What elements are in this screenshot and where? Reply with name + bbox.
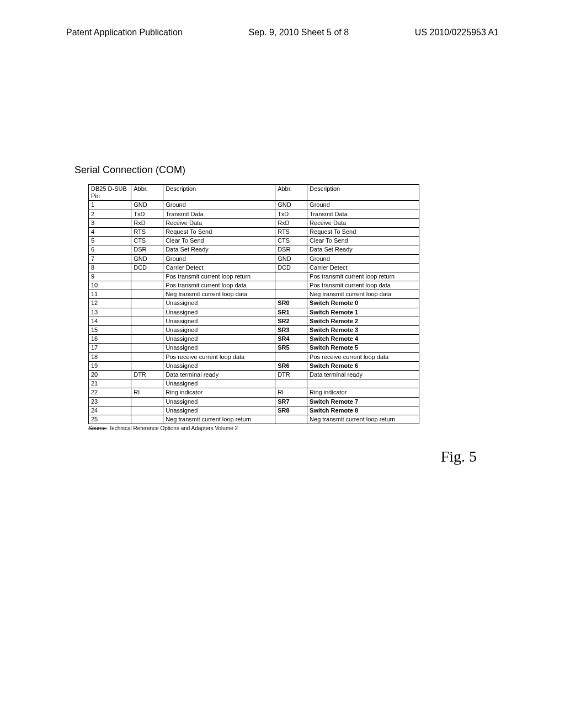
table-cell: RI (131, 388, 163, 397)
table-row: 22RIRing indicatorRIRing indicator (89, 388, 419, 397)
table-cell: Ground (163, 254, 275, 263)
table-cell: 1 (89, 201, 131, 210)
col-desc1: Description (163, 185, 275, 201)
table-cell (275, 272, 307, 281)
table-cell: 22 (89, 388, 131, 397)
source-text: Technical Reference Options and Adapters… (109, 425, 238, 431)
table-cell: SR6 (275, 361, 307, 370)
table-cell (131, 317, 163, 325)
table-cell: GND (275, 201, 307, 210)
header-right: US 2010/0225953 A1 (415, 28, 499, 38)
table-cell: Unassigned (163, 397, 275, 406)
table-cell: Switch Remote 7 (307, 397, 419, 406)
table-cell (275, 379, 307, 388)
table-cell: Ground (163, 201, 275, 210)
table-cell: CTS (131, 237, 163, 245)
page-header: Patent Application Publication Sep. 9, 2… (66, 28, 499, 38)
table-cell: 23 (89, 397, 131, 406)
table-cell: 11 (89, 290, 131, 299)
table-cell: 13 (89, 308, 131, 317)
table-cell: Unassigned (163, 361, 275, 370)
table-cell: SR4 (275, 335, 307, 344)
table-cell: 2 (89, 210, 131, 218)
table-cell: Receive Data (163, 218, 275, 227)
table-cell: 12 (89, 299, 131, 308)
table-row: 21Unassigned (89, 379, 419, 388)
table-cell: 17 (89, 344, 131, 352)
table-cell: Unassigned (163, 406, 275, 415)
table-cell: 19 (89, 361, 131, 370)
table-cell (275, 281, 307, 290)
table-cell: Transmit Data (307, 210, 419, 218)
table-cell: Unassigned (163, 344, 275, 352)
table-row: 25Neg transmit current loop returnNeg tr… (89, 415, 419, 424)
table-row: 16UnassignedSR4Switch Remote 4 (89, 335, 419, 344)
table-cell (131, 361, 163, 370)
table-cell: TxD (131, 210, 163, 218)
table-row: 11Neg transmit current loop dataNeg tran… (89, 290, 419, 299)
table-cell (275, 290, 307, 299)
table-cell: SR8 (275, 406, 307, 415)
table-cell: Clear To Send (163, 237, 275, 245)
table-row: 12UnassignedSR0Switch Remote 0 (89, 299, 419, 308)
table-cell (131, 397, 163, 406)
table-cell: DCD (275, 263, 307, 272)
table-cell: DCD (131, 263, 163, 272)
table-cell: TxD (275, 210, 307, 218)
table-cell: SR1 (275, 308, 307, 317)
table-cell: 24 (89, 406, 131, 415)
table-cell: Pos transmit current loop return (163, 272, 275, 281)
table-cell: Switch Remote 4 (307, 335, 419, 344)
table-row: 6DSRData Set ReadyDSRData Set Ready (89, 245, 419, 254)
table-cell: Unassigned (163, 326, 275, 335)
table-cell (131, 290, 163, 299)
table-row: 18Pos receive current loop dataPos recei… (89, 352, 419, 361)
table-cell: Switch Remote 0 (307, 299, 419, 308)
table-cell: GND (131, 201, 163, 210)
pinout-table: DB25 D-SUB Pin Abbr. Description Abbr. D… (88, 184, 419, 424)
table-cell: RTS (275, 227, 307, 236)
table-cell: Switch Remote 8 (307, 406, 419, 415)
table-cell (275, 352, 307, 361)
table-cell: Ring indicator (163, 388, 275, 397)
table-cell (131, 272, 163, 281)
table-row: 19UnassignedSR6Switch Remote 6 (89, 361, 419, 370)
page: Patent Application Publication Sep. 9, 2… (0, 0, 565, 728)
table-cell: SR2 (275, 317, 307, 325)
table-cell: DSR (131, 245, 163, 254)
table-row: 20DTRData terminal readyDTRData terminal… (89, 370, 419, 379)
table-cell (131, 379, 163, 388)
table-cell: Request To Send (163, 227, 275, 236)
table-cell (131, 352, 163, 361)
table-cell: Neg transmit current loop data (307, 290, 419, 299)
table-cell: Unassigned (163, 299, 275, 308)
table-cell: Carrier Detect (163, 263, 275, 272)
table-cell: Unassigned (163, 335, 275, 344)
table-cell (131, 406, 163, 415)
table-cell: GND (131, 254, 163, 263)
table-cell: Switch Remote 5 (307, 344, 419, 352)
table-row: 10Pos transmit current loop dataPos tran… (89, 281, 419, 290)
table-cell: Clear To Send (307, 237, 419, 245)
table-header-row: DB25 D-SUB Pin Abbr. Description Abbr. D… (89, 185, 419, 201)
table-cell: SR7 (275, 397, 307, 406)
table-row: 9Pos transmit current loop returnPos tra… (89, 272, 419, 281)
table-row: 2TxDTransmit DataTxDTransmit Data (89, 210, 419, 218)
source-note: Source: Technical Reference Options and … (88, 425, 499, 431)
table-cell: Switch Remote 6 (307, 361, 419, 370)
table-cell (131, 326, 163, 335)
table-row: 5CTSClear To SendCTSClear To Send (89, 237, 419, 245)
table-row: 1GNDGroundGNDGround (89, 201, 419, 210)
table-cell: 14 (89, 317, 131, 325)
table-cell: RxD (131, 218, 163, 227)
table-row: 13UnassignedSR1Switch Remote 1 (89, 308, 419, 317)
table-cell: DTR (275, 370, 307, 379)
table-cell: Ground (307, 254, 419, 263)
table-cell: 16 (89, 335, 131, 344)
table-row: 3RxDReceive DataRxDReceive Data (89, 218, 419, 227)
table-cell: SR0 (275, 299, 307, 308)
col-desc2: Description (307, 185, 419, 201)
col-pin: DB25 D-SUB Pin (89, 185, 131, 201)
table-cell: CTS (275, 237, 307, 245)
table-cell: 6 (89, 245, 131, 254)
